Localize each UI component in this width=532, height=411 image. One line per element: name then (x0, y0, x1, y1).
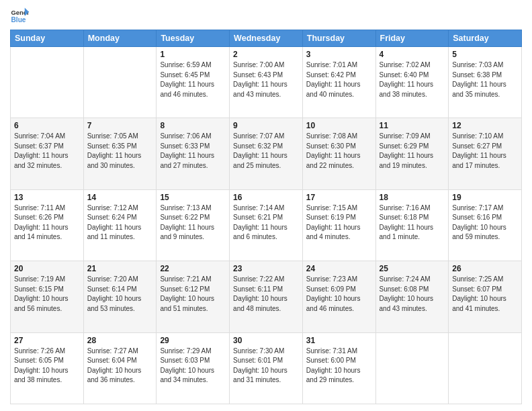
day-number: 15 (160, 193, 226, 202)
calendar-cell: 21Sunrise: 7:20 AMSunset: 6:14 PMDayligh… (83, 261, 157, 332)
weekday-header-tuesday: Tuesday (157, 30, 230, 47)
day-info: Sunrise: 7:13 AMSunset: 6:22 PMDaylight:… (160, 203, 226, 242)
calendar-cell: 23Sunrise: 7:22 AMSunset: 6:11 PMDayligh… (230, 261, 303, 332)
calendar-cell: 17Sunrise: 7:15 AMSunset: 6:19 PMDayligh… (302, 189, 375, 261)
day-number: 19 (452, 193, 518, 202)
day-number: 30 (233, 336, 299, 345)
logo: General Blue (10, 7, 29, 26)
day-number: 3 (306, 50, 372, 59)
calendar-cell: 7Sunrise: 7:05 AMSunset: 6:35 PMDaylight… (83, 118, 157, 189)
weekday-header-sunday: Sunday (11, 30, 84, 47)
day-info: Sunrise: 7:21 AMSunset: 6:12 PMDaylight:… (160, 275, 226, 314)
calendar-cell: 28Sunrise: 7:27 AMSunset: 6:04 PMDayligh… (83, 332, 157, 404)
weekday-header-friday: Friday (375, 30, 449, 47)
weekday-header-wednesday: Wednesday (230, 30, 303, 47)
day-info: Sunrise: 7:00 AMSunset: 6:43 PMDaylight:… (233, 60, 299, 99)
page: General Blue SundayMondayTuesdayWednesda… (0, 0, 532, 411)
day-number: 26 (452, 264, 518, 273)
day-info: Sunrise: 7:26 AMSunset: 6:05 PMDaylight:… (14, 347, 80, 385)
day-number: 16 (233, 193, 299, 202)
day-number: 10 (306, 121, 372, 130)
calendar-cell: 22Sunrise: 7:21 AMSunset: 6:12 PMDayligh… (157, 261, 230, 332)
calendar-cell: 8Sunrise: 7:06 AMSunset: 6:33 PMDaylight… (157, 118, 230, 189)
day-number: 8 (160, 121, 226, 130)
calendar-week-4: 20Sunrise: 7:19 AMSunset: 6:15 PMDayligh… (11, 261, 522, 332)
calendar-table: SundayMondayTuesdayWednesdayThursdayFrid… (10, 30, 522, 404)
day-number: 7 (87, 121, 153, 130)
day-info: Sunrise: 7:12 AMSunset: 6:24 PMDaylight:… (87, 203, 153, 242)
calendar-week-1: 1Sunrise: 6:59 AMSunset: 6:45 PMDaylight… (11, 47, 522, 118)
calendar-cell (83, 47, 157, 118)
calendar-cell: 27Sunrise: 7:26 AMSunset: 6:05 PMDayligh… (11, 332, 84, 404)
day-info: Sunrise: 7:11 AMSunset: 6:26 PMDaylight:… (14, 203, 80, 242)
calendar-cell: 14Sunrise: 7:12 AMSunset: 6:24 PMDayligh… (83, 189, 157, 261)
day-number: 6 (14, 121, 80, 130)
day-number: 9 (233, 121, 299, 130)
calendar-cell: 29Sunrise: 7:29 AMSunset: 6:03 PMDayligh… (157, 332, 230, 404)
day-number: 25 (380, 264, 445, 273)
day-number: 23 (233, 264, 299, 273)
day-number: 24 (306, 264, 372, 273)
calendar-cell: 30Sunrise: 7:30 AMSunset: 6:01 PMDayligh… (230, 332, 303, 404)
day-info: Sunrise: 7:24 AMSunset: 6:08 PMDaylight:… (380, 275, 445, 314)
calendar-week-5: 27Sunrise: 7:26 AMSunset: 6:05 PMDayligh… (11, 332, 522, 404)
calendar-week-2: 6Sunrise: 7:04 AMSunset: 6:37 PMDaylight… (11, 118, 522, 189)
calendar-cell: 3Sunrise: 7:01 AMSunset: 6:42 PMDaylight… (302, 47, 375, 118)
day-info: Sunrise: 7:19 AMSunset: 6:15 PMDaylight:… (14, 275, 80, 314)
day-number: 17 (306, 193, 372, 202)
day-info: Sunrise: 7:30 AMSunset: 6:01 PMDaylight:… (233, 347, 299, 385)
calendar-cell: 4Sunrise: 7:02 AMSunset: 6:40 PMDaylight… (375, 47, 449, 118)
day-number: 28 (87, 336, 153, 345)
day-info: Sunrise: 7:31 AMSunset: 6:00 PMDaylight:… (306, 347, 372, 385)
calendar-cell: 31Sunrise: 7:31 AMSunset: 6:00 PMDayligh… (302, 332, 375, 404)
day-info: Sunrise: 7:02 AMSunset: 6:40 PMDaylight:… (380, 60, 445, 99)
day-info: Sunrise: 7:25 AMSunset: 6:07 PMDaylight:… (452, 275, 518, 314)
calendar-cell: 5Sunrise: 7:03 AMSunset: 6:38 PMDaylight… (449, 47, 522, 118)
calendar-cell (11, 47, 84, 118)
calendar-week-3: 13Sunrise: 7:11 AMSunset: 6:26 PMDayligh… (11, 189, 522, 261)
weekday-header-saturday: Saturday (449, 30, 522, 47)
calendar-cell: 20Sunrise: 7:19 AMSunset: 6:15 PMDayligh… (11, 261, 84, 332)
day-info: Sunrise: 7:04 AMSunset: 6:37 PMDaylight:… (14, 132, 80, 171)
calendar-cell: 15Sunrise: 7:13 AMSunset: 6:22 PMDayligh… (157, 189, 230, 261)
day-info: Sunrise: 7:09 AMSunset: 6:29 PMDaylight:… (380, 132, 445, 171)
day-info: Sunrise: 6:59 AMSunset: 6:45 PMDaylight:… (160, 60, 226, 99)
day-number: 29 (160, 336, 226, 345)
day-number: 18 (380, 193, 445, 202)
day-info: Sunrise: 7:03 AMSunset: 6:38 PMDaylight:… (452, 60, 518, 99)
day-info: Sunrise: 7:06 AMSunset: 6:33 PMDaylight:… (160, 132, 226, 171)
day-number: 2 (233, 50, 299, 59)
day-number: 20 (14, 264, 80, 273)
day-info: Sunrise: 7:08 AMSunset: 6:30 PMDaylight:… (306, 132, 372, 171)
day-number: 12 (452, 121, 518, 130)
svg-text:Blue: Blue (11, 16, 26, 24)
day-info: Sunrise: 7:07 AMSunset: 6:32 PMDaylight:… (233, 132, 299, 171)
logo-icon: General Blue (10, 7, 29, 26)
day-number: 31 (306, 336, 372, 345)
calendar-cell (375, 332, 449, 404)
day-info: Sunrise: 7:23 AMSunset: 6:09 PMDaylight:… (306, 275, 372, 314)
day-info: Sunrise: 7:17 AMSunset: 6:16 PMDaylight:… (452, 203, 518, 242)
weekday-header-row: SundayMondayTuesdayWednesdayThursdayFrid… (11, 30, 522, 47)
calendar-cell: 10Sunrise: 7:08 AMSunset: 6:30 PMDayligh… (302, 118, 375, 189)
header: General Blue (10, 7, 522, 26)
day-info: Sunrise: 7:05 AMSunset: 6:35 PMDaylight:… (87, 132, 153, 171)
day-info: Sunrise: 7:16 AMSunset: 6:18 PMDaylight:… (380, 203, 445, 242)
calendar-cell (449, 332, 522, 404)
day-number: 22 (160, 264, 226, 273)
day-number: 4 (380, 50, 445, 59)
calendar-cell: 6Sunrise: 7:04 AMSunset: 6:37 PMDaylight… (11, 118, 84, 189)
calendar-cell: 26Sunrise: 7:25 AMSunset: 6:07 PMDayligh… (449, 261, 522, 332)
day-info: Sunrise: 7:20 AMSunset: 6:14 PMDaylight:… (87, 275, 153, 314)
day-number: 1 (160, 50, 226, 59)
day-number: 11 (380, 121, 445, 130)
day-number: 14 (87, 193, 153, 202)
weekday-header-thursday: Thursday (302, 30, 375, 47)
calendar-cell: 2Sunrise: 7:00 AMSunset: 6:43 PMDaylight… (230, 47, 303, 118)
day-number: 21 (87, 264, 153, 273)
day-info: Sunrise: 7:22 AMSunset: 6:11 PMDaylight:… (233, 275, 299, 314)
calendar-cell: 12Sunrise: 7:10 AMSunset: 6:27 PMDayligh… (449, 118, 522, 189)
calendar-cell: 16Sunrise: 7:14 AMSunset: 6:21 PMDayligh… (230, 189, 303, 261)
day-number: 27 (14, 336, 80, 345)
day-info: Sunrise: 7:15 AMSunset: 6:19 PMDaylight:… (306, 203, 372, 242)
